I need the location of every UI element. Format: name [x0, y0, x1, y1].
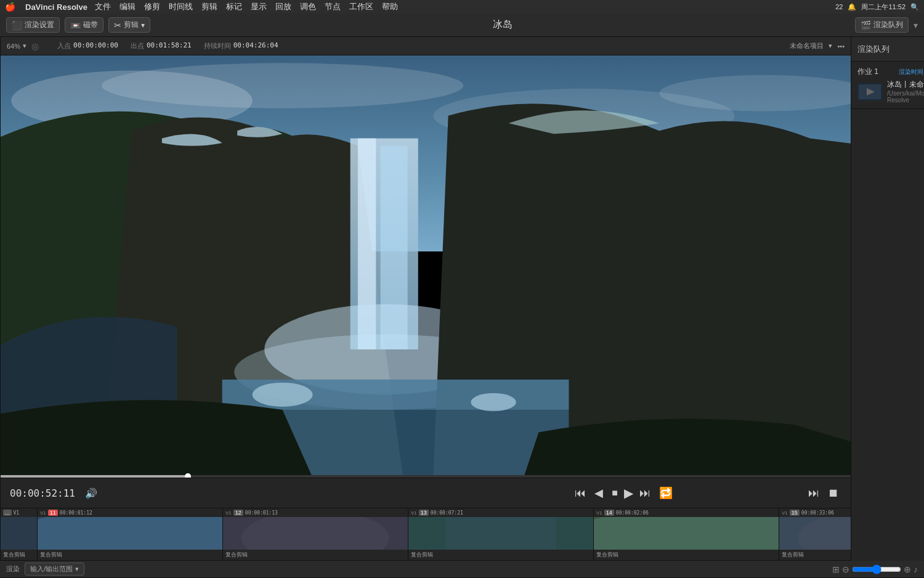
preview-video — [1, 55, 851, 478]
clip-strip-item-12[interactable]: V1 12 00:00:01:13 复合剪辑 — [223, 508, 408, 560]
apple-logo-icon[interactable]: 🍎 — [5, 2, 15, 12]
main-layout: 渲染设置 - 自定义 ••• 自定义 — [0, 37, 924, 561]
menu-trim[interactable]: 修剪 — [144, 1, 160, 12]
volume-icon[interactable]: 🔊 — [85, 487, 97, 499]
notification-icon[interactable]: 🔔 — [848, 3, 856, 11]
svg-point-28 — [471, 393, 516, 411]
out-label: 出点 — [131, 41, 144, 51]
video-preview-scene — [1, 55, 851, 478]
timeline-icons: ⊞ ⊖ ⊕ ♪ — [832, 564, 918, 574]
out-value: 00:01:58:21 — [147, 41, 192, 51]
zoom-control[interactable]: 64% ▾ ◎ — [7, 41, 39, 51]
prev-frame-button[interactable]: ◀ — [592, 485, 606, 501]
clip-strip-item-14[interactable]: V1 14 00:00:02:06 复合剪辑 — [594, 508, 779, 560]
zoom-adjust-icon[interactable]: ◎ — [31, 41, 39, 51]
job-time: 渲染时间 01:43:30 — [899, 68, 924, 76]
render-settings-btn[interactable]: ⬛ 渲染设置 — [6, 17, 60, 33]
menu-mark[interactable]: 标记 — [226, 1, 242, 12]
svg-point-31 — [241, 517, 389, 550]
menu-playback[interactable]: 回放 — [275, 1, 291, 12]
project-dropdown-icon[interactable]: ▾ — [829, 42, 832, 50]
app-name: DaVinci Resolve — [25, 2, 87, 12]
queue-header: 渲染队列 开始渲染 — [851, 37, 924, 62]
menu-right-icons: 22 🔔 周二上午11:52 🔍 — [835, 2, 919, 12]
job-info: 冰岛丨未命名项目 /Users/kai/Movies/DaVinci Resol… — [887, 79, 924, 104]
job-name: 作业 1 — [857, 67, 895, 77]
timecodes: 入点 00:00:00:00 出点 00:01:58:21 持续时间 00:04… — [57, 41, 278, 51]
music-icon[interactable]: ♪ — [914, 564, 918, 574]
duration-value: 00:04:26:04 — [233, 41, 278, 51]
render-queue-panel: 渲染队列 开始渲染 作业 1 渲染时间 01:43:30 ⚙ ✏ ✕ — [851, 37, 924, 561]
clip-strip-item-15[interactable]: V1 15 00:00:33:06 复合剪辑 — [779, 508, 851, 560]
scrubber-progress — [1, 475, 188, 478]
menu-items: 文件 编辑 修剪 时间线 剪辑 标记 显示 回放 调色 节点 工作区 帮助 — [95, 1, 398, 12]
job-thumbnail — [857, 83, 882, 100]
zoom-out-icon[interactable]: ⊖ — [842, 564, 849, 574]
render-settings-icon: ⬛ — [12, 20, 22, 30]
skip-end-button[interactable]: ⏭ — [806, 486, 822, 501]
skip-to-start-button[interactable]: ⏮ — [572, 486, 588, 501]
out-point: 出点 00:01:58:21 — [131, 41, 192, 51]
menu-edit[interactable]: 编辑 — [120, 1, 136, 12]
playback-bar: 00:00:52:11 🔊 ⏮ ◀ ■ ▶ ⏭ 🔁 ⏭ ⏹ — [1, 478, 851, 508]
next-frame-button[interactable]: ⏭ — [637, 486, 653, 501]
job-title: 冰岛丨未命名项目 — [887, 79, 924, 90]
zoom-in-icon[interactable]: ⊕ — [904, 564, 911, 574]
job-item: 作业 1 渲染时间 01:43:30 ⚙ ✏ ✕ 冰岛丨未命名项 — [851, 62, 924, 109]
menu-color[interactable]: 调色 — [300, 1, 316, 12]
zoom-dropdown-icon: ▾ — [23, 42, 26, 50]
queue-title: 渲染队列 — [857, 44, 924, 55]
job-detail: 冰岛丨未命名项目 /Users/kai/Movies/DaVinci Resol… — [857, 79, 924, 104]
scope-btn[interactable]: 输入/输出范围 ▾ — [25, 563, 84, 576]
middle-area: 64% ▾ ◎ 入点 00:00:00:00 出点 00:01:58:21 持续… — [1, 37, 851, 561]
menu-bar: 🍎 DaVinci Resolve 文件 编辑 修剪 时间线 剪辑 标记 显示 … — [0, 0, 924, 14]
scope-dropdown-icon: ▾ — [75, 565, 79, 573]
clip-strip: ... V1 复合剪辑 V1 11 00:00:01:12 复合剪辑 V1 12… — [1, 508, 851, 561]
edit-icon: ✂ — [114, 20, 121, 30]
menu-display[interactable]: 显示 — [251, 1, 267, 12]
preview-options-icon[interactable]: ••• — [837, 43, 845, 50]
menu-clip[interactable]: 剪辑 — [201, 1, 217, 12]
wifi-status: 22 — [835, 3, 843, 10]
menu-workspace[interactable]: 工作区 — [349, 1, 373, 12]
menu-node[interactable]: 节点 — [325, 1, 341, 12]
tape-btn[interactable]: 📼 磁带 — [65, 17, 103, 33]
tape-icon: 📼 — [70, 20, 81, 30]
timeline-section: 渲染 输入/输出范围 ▾ ⊞ ⊖ ⊕ ♪ V1 ⬜ 22 剪辑 A1 � — [0, 561, 924, 578]
in-value: 00:00:00:00 — [73, 41, 118, 51]
time-display: 周二上午11:52 — [861, 2, 906, 12]
playback-controls: ⏮ ◀ ■ ▶ ⏭ 🔁 ⏭ ⏹ — [572, 485, 841, 501]
job-path: /Users/kai/Movies/DaVinci Resolve — [887, 90, 924, 104]
clip-strip-item-13[interactable]: V1 13 00:00:07:21 复合剪辑 — [408, 508, 594, 560]
project-title: 冰岛 — [155, 18, 850, 31]
zoom-value: 64% — [7, 43, 20, 50]
clip-strip-item-11[interactable]: V1 11 00:00:01:12 复合剪辑 — [38, 508, 223, 560]
edit-dropdown-icon: ▾ — [141, 21, 145, 30]
toolbar: ⬛ 渲染设置 📼 磁带 ✂ 剪辑 ▾ 冰岛 🎬 渲染队列 ▾ — [0, 14, 924, 37]
stop-button[interactable]: ■ — [609, 486, 620, 500]
play-button[interactable]: ▶ — [624, 486, 633, 500]
edit-btn[interactable]: ✂ 剪辑 ▾ — [108, 17, 150, 33]
clip-item-start[interactable]: ... V1 复合剪辑 — [1, 508, 38, 560]
scrubber-bar[interactable] — [1, 475, 851, 478]
toolbar-expand-icon[interactable]: ▾ — [914, 20, 918, 30]
search-icon[interactable]: 🔍 — [910, 3, 919, 11]
in-point: 入点 00:00:00:00 — [57, 41, 118, 51]
timeline-toolbar: 渲染 输入/输出范围 ▾ ⊞ ⊖ ⊕ ♪ — [0, 561, 924, 578]
preview-header-right: 未命名项目 ▾ ••• — [790, 41, 845, 51]
render-queue-btn[interactable]: 🎬 渲染队列 — [855, 17, 909, 33]
menu-file[interactable]: 文件 — [95, 1, 111, 12]
render-timeline-label: 渲染 — [6, 564, 20, 574]
duration-label: 持续时间 — [204, 41, 231, 51]
svg-point-27 — [253, 383, 313, 407]
svg-rect-33 — [445, 517, 556, 550]
timecode-display: 00:00:52:11 — [10, 487, 78, 499]
timeline-icon-1[interactable]: ⊞ — [832, 564, 840, 574]
zoom-slider[interactable] — [852, 564, 901, 574]
preview-header: 64% ▾ ◎ 入点 00:00:00:00 出点 00:01:58:21 持续… — [1, 37, 851, 55]
menu-help[interactable]: 帮助 — [382, 1, 398, 12]
menu-timeline[interactable]: 时间线 — [169, 1, 193, 12]
scrubber-handle[interactable] — [185, 473, 191, 478]
loop-button[interactable]: 🔁 — [657, 485, 675, 501]
mark-button[interactable]: ⏹ — [825, 486, 841, 501]
